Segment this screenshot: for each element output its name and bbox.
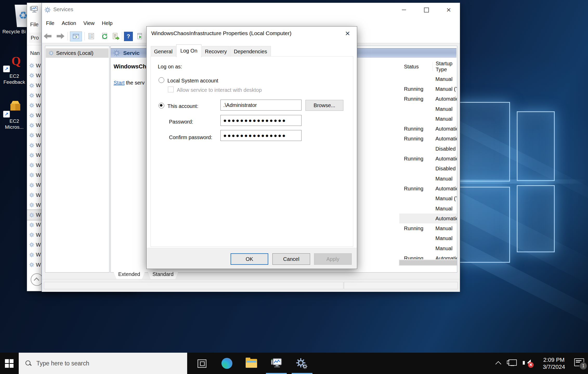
service-row[interactable]: ManualLo — [399, 204, 457, 214]
bgwin-service-row[interactable]: W — [27, 130, 42, 140]
services-taskbar-button[interactable] — [292, 353, 310, 374]
service-row[interactable]: RunningAutomaticLo — [399, 124, 457, 134]
forward-icon[interactable] — [56, 31, 65, 41]
service-row[interactable]: RunningManualLo — [399, 223, 457, 233]
bgwin-service-row[interactable]: W — [27, 250, 42, 260]
service-row[interactable]: ManualLo — [399, 234, 457, 243]
confirm-password-field[interactable]: ●●●●●●●●●●●●●●● — [220, 130, 302, 141]
bgwin-service-row[interactable]: W — [27, 190, 42, 200]
close-button[interactable]: × — [437, 3, 460, 17]
account-field[interactable]: .\Administrator — [220, 100, 302, 111]
edge-button[interactable] — [218, 353, 236, 374]
local-system-label[interactable]: Local System account — [167, 78, 218, 84]
clock[interactable]: 2:09 PM 3/7/2024 — [537, 353, 571, 374]
bgwin-service-row[interactable]: W — [27, 200, 42, 210]
tab-extended[interactable]: Extended — [113, 269, 146, 279]
allow-desktop-checkbox[interactable] — [168, 87, 174, 92]
bgwin-service-name: W — [36, 262, 41, 268]
menu-action[interactable]: Action — [58, 19, 80, 28]
taskbar-search[interactable]: Type here to search — [19, 353, 187, 374]
service-row[interactable]: RunningAutomaticNe — [399, 154, 457, 164]
bgwin-service-row[interactable]: W — [27, 170, 42, 180]
bgwin-service-row[interactable]: W — [27, 140, 42, 150]
tab-log-on[interactable]: Log On — [176, 44, 201, 57]
tray-expand-button[interactable] — [493, 353, 504, 374]
task-view-button[interactable] — [193, 353, 211, 374]
ok-button[interactable]: OK — [231, 253, 268, 265]
service-row[interactable]: DisabledLo — [399, 144, 457, 154]
password-field[interactable]: ●●●●●●●●●●●●●●● — [220, 115, 302, 126]
network-tray-button[interactable] — [505, 353, 519, 374]
properties-icon[interactable] — [87, 31, 96, 41]
bgwin-service-row[interactable]: W — [27, 100, 42, 110]
bgwin-service-row[interactable]: W — [27, 240, 42, 250]
service-row[interactable]: RunningAutomatic (T...Lo — [399, 184, 457, 194]
service-row[interactable]: RunningAutomaticLo — [399, 94, 457, 104]
action-center-button[interactable]: 1 — [571, 353, 587, 374]
service-row[interactable]: ManualLo — [399, 114, 457, 124]
tab-dependencies[interactable]: Dependencies — [230, 46, 271, 57]
bgwin-service-row[interactable]: W — [27, 210, 42, 220]
service-row[interactable]: ManualNe — [399, 104, 457, 114]
bgwin-service-row[interactable]: W — [27, 180, 42, 190]
scrollbar-thumb[interactable] — [399, 260, 457, 265]
service-row[interactable]: ManualLo — [399, 174, 457, 184]
perfmon-taskbar-button[interactable] — [267, 353, 285, 374]
bgwin-service-list: WWWWWWWWWWWWWWWWWWWWW — [27, 61, 42, 270]
help-icon[interactable]: ? — [124, 32, 133, 41]
export-list-icon[interactable] — [111, 31, 120, 41]
this-account-radio[interactable] — [159, 103, 164, 108]
bgwin-service-row[interactable]: W — [27, 70, 42, 80]
back-icon[interactable] — [43, 31, 52, 41]
start-button[interactable] — [0, 353, 18, 374]
ec2-microservice-icon[interactable] — [10, 101, 21, 111]
volume-tray-button[interactable]: ✕ — [520, 353, 536, 374]
tab-recovery[interactable]: Recovery — [202, 46, 230, 57]
bgwin-service-row[interactable]: W — [27, 110, 42, 120]
cancel-button[interactable]: Cancel — [272, 253, 310, 265]
bgwin-name-column-header[interactable]: Nan — [30, 50, 40, 56]
column-header-status[interactable]: Status — [404, 61, 419, 73]
horizontal-scrollbar[interactable] — [399, 259, 457, 266]
bgwin-service-row[interactable]: W — [27, 61, 42, 70]
file-explorer-button[interactable] — [242, 353, 260, 374]
column-header-startup-type[interactable]: Startup Type — [436, 61, 457, 73]
bgwin-service-row[interactable]: W — [27, 260, 42, 270]
this-account-label[interactable]: This account: — [167, 103, 198, 109]
service-row[interactable]: Manual (Trig...Lo — [399, 194, 457, 204]
bgwin-menu-file[interactable]: File — [30, 22, 38, 28]
bgwin-service-row[interactable]: W — [27, 160, 42, 170]
menu-help[interactable]: Help — [98, 19, 116, 28]
start-service-link[interactable]: Start — [114, 80, 125, 86]
bgwin-service-row[interactable]: W — [27, 150, 42, 160]
bgwin-service-row[interactable]: W — [27, 81, 42, 91]
service-row[interactable]: ManualLo — [399, 243, 457, 253]
ec2-feedback-icon[interactable]: Q — [11, 54, 21, 68]
bgwin-scroll-top-button[interactable] — [31, 273, 43, 286]
service-row[interactable]: Automatic.\A — [399, 214, 457, 223]
services-titlebar[interactable]: Services × — [42, 3, 460, 17]
apply-button[interactable]: Apply — [314, 253, 352, 265]
service-row[interactable]: ManualLo — [399, 74, 457, 84]
show-console-tree-icon[interactable] — [70, 31, 82, 41]
service-row[interactable]: RunningManual (Trig...Lo — [399, 84, 457, 94]
service-row[interactable]: RunningAutomaticLo — [399, 134, 457, 144]
dialog-close-icon[interactable]: × — [342, 28, 353, 38]
bgwin-service-row[interactable]: W — [27, 120, 42, 130]
browse-button[interactable]: Browse... — [305, 100, 343, 111]
refresh-icon[interactable] — [100, 31, 109, 41]
tree-item-services-local[interactable]: Services (Local) — [46, 48, 109, 58]
maximize-button[interactable] — [415, 3, 437, 17]
minimize-button[interactable] — [393, 3, 415, 17]
tab-standard[interactable]: Standard — [147, 269, 179, 279]
bgwin-service-row[interactable]: W — [27, 91, 42, 100]
bgwin-service-row[interactable]: W — [27, 230, 42, 240]
menu-file[interactable]: File — [42, 19, 58, 28]
start-service-icon[interactable] — [135, 31, 145, 41]
selected-service-name: WindowsCh — [114, 63, 147, 70]
menu-view[interactable]: View — [80, 19, 98, 28]
tab-general[interactable]: General — [151, 46, 176, 57]
local-system-radio[interactable] — [159, 77, 164, 83]
service-row[interactable]: DisabledLo — [399, 164, 457, 174]
bgwin-service-row[interactable]: W — [27, 220, 42, 230]
